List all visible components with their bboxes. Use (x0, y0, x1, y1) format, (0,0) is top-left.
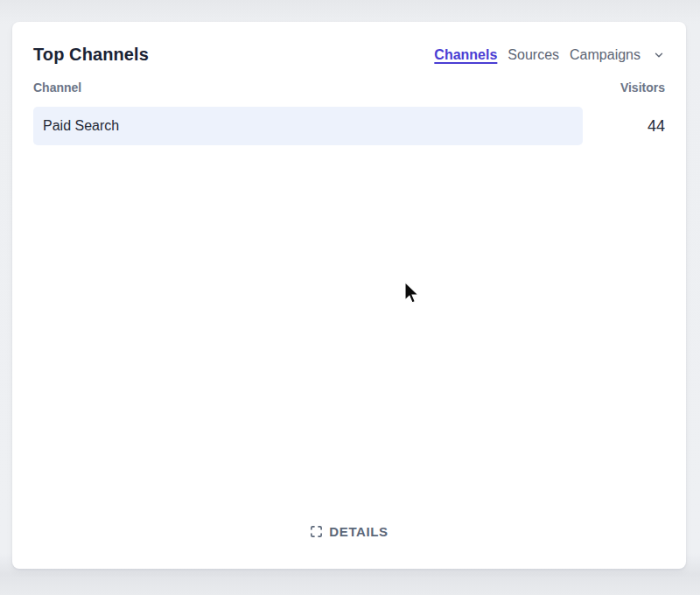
card-title: Top Channels (33, 45, 149, 65)
card-empty-space (33, 145, 665, 524)
expand-icon (310, 525, 323, 538)
row-visitors-value: 44 (648, 107, 665, 145)
top-channels-card: Top Channels Channels Sources Campaigns … (12, 22, 686, 569)
tab-channels[interactable]: Channels (434, 47, 497, 63)
row-bar: Paid Search (33, 107, 583, 145)
column-header-channel: Channel (33, 80, 81, 94)
chevron-down-icon[interactable] (653, 49, 665, 61)
details-button[interactable]: DETAILS (310, 524, 388, 539)
column-header-row: Channel Visitors (33, 80, 665, 94)
card-header: Top Channels Channels Sources Campaigns (33, 45, 665, 65)
table-row[interactable]: Paid Search 44 (33, 107, 665, 145)
channel-row-list: Paid Search 44 (33, 107, 665, 145)
tab-campaigns[interactable]: Campaigns (570, 47, 640, 63)
row-label[interactable]: Paid Search (43, 118, 119, 134)
breakdown-tab-group: Channels Sources Campaigns (434, 47, 665, 63)
column-header-visitors: Visitors (620, 80, 665, 94)
tab-sources[interactable]: Sources (508, 47, 559, 63)
details-label: DETAILS (329, 524, 388, 539)
